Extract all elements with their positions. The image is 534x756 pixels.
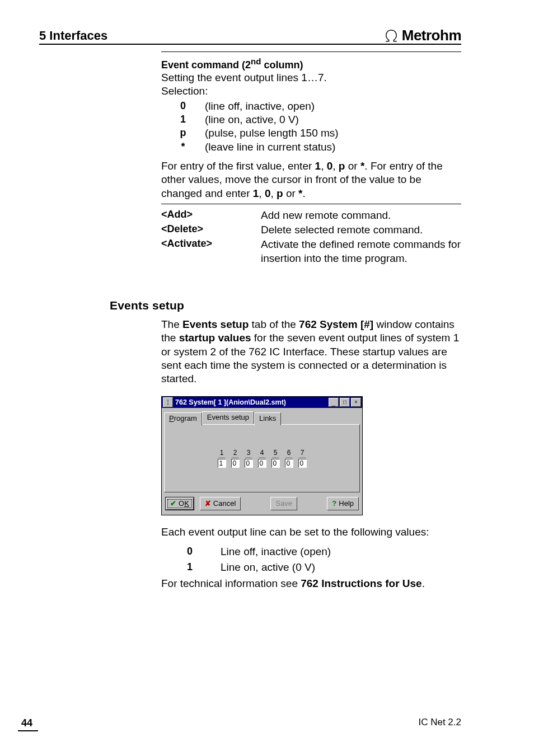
tab-links[interactable]: Links <box>254 412 281 425</box>
maximize-button[interactable]: □ <box>340 398 350 407</box>
checkmark-icon: ✔ <box>170 499 176 508</box>
events-setup-window: ¦ 762 System[ 1 ](Anion\Dual2.smt) _ □ ×… <box>161 396 363 515</box>
cross-icon: ✘ <box>205 499 211 508</box>
line-number: 2 <box>232 449 239 458</box>
event-lines: 11 20 30 40 50 60 70 <box>218 449 307 468</box>
value-key: 1 <box>187 561 221 574</box>
event-line-input-3[interactable]: 0 <box>245 459 253 468</box>
window-title: 762 System[ 1 ](Anion\Dual2.smt) <box>175 398 327 406</box>
value-desc: Line off, inactive (open) <box>221 546 461 558</box>
ok-button[interactable]: ✔OK <box>165 497 194 510</box>
value-list: 0Line off, inactive (open) 1Line on, act… <box>187 546 461 574</box>
line-number: 1 <box>218 449 226 458</box>
selection-desc: (line on, active, 0 V) <box>205 113 461 126</box>
tab-events-setup[interactable]: Events setup <box>202 411 254 424</box>
activate-command-desc: Activate the defined remote commands for… <box>261 238 461 265</box>
events-setup-paragraph: The Events setup tab of the 762 System [… <box>161 318 461 386</box>
selection-key: 0 <box>161 100 205 113</box>
save-button[interactable]: Save <box>270 497 297 510</box>
section-divider <box>161 51 461 52</box>
value-desc: Line on, active (0 V) <box>221 561 461 574</box>
add-command-desc: Add new remote command. <box>261 209 461 222</box>
delete-command-term: <Delete> <box>161 223 261 237</box>
close-button[interactable]: × <box>351 398 361 407</box>
section-header: 5 Interfaces <box>39 29 107 43</box>
event-line-input-4[interactable]: 0 <box>258 459 266 468</box>
add-command-term: <Add> <box>161 209 261 222</box>
line-number: 6 <box>285 449 293 458</box>
selection-desc: (line off, inactive, open) <box>205 100 461 113</box>
tab-panel: 11 20 30 40 50 60 70 <box>164 424 360 492</box>
selection-key: 1 <box>161 113 205 126</box>
line-number: 7 <box>299 449 306 458</box>
event-command-intro: Setting the event output lines 1…7. <box>161 71 461 84</box>
events-setup-heading: Events setup <box>110 299 461 312</box>
window-titlebar[interactable]: ¦ 762 System[ 1 ](Anion\Dual2.smt) _ □ × <box>162 397 362 408</box>
event-line-input-2[interactable]: 0 <box>231 459 240 468</box>
selection-desc: (leave line in current status) <box>205 140 461 154</box>
line-number: 4 <box>259 449 266 458</box>
event-line-input-6[interactable]: 0 <box>285 459 293 468</box>
activate-command-term: <Activate> <box>161 238 261 265</box>
event-command-selection-label: Selection: <box>161 84 461 98</box>
divider <box>161 204 461 204</box>
event-command-title: Event command (2nd column) <box>161 57 461 71</box>
technical-info-reference: For technical information see 762 Instru… <box>161 577 461 590</box>
page-number: 44 <box>18 717 38 731</box>
question-icon: ? <box>332 499 336 508</box>
header-rule <box>39 44 461 45</box>
cancel-button[interactable]: ✘Cancel <box>200 497 241 510</box>
system-menu-icon[interactable]: ¦ <box>163 397 173 407</box>
event-line-input-1[interactable]: 1 <box>218 459 226 468</box>
omega-icon <box>384 29 399 43</box>
selection-table: 0(line off, inactive, open) 1(line on, a… <box>161 100 461 154</box>
event-line-input-7[interactable]: 0 <box>298 459 307 468</box>
selection-key: * <box>161 140 205 154</box>
entry-instructions: For entry of the first value, enter 1, 0… <box>161 159 461 200</box>
selection-key: p <box>161 126 205 140</box>
delete-command-desc: Delete selected remote command. <box>261 223 461 237</box>
line-number: 5 <box>272 449 279 458</box>
product-version: IC Net 2.2 <box>418 717 461 728</box>
selection-desc: (pulse, pulse length 150 ms) <box>205 126 461 140</box>
help-button[interactable]: ?Help <box>327 497 359 510</box>
event-line-input-5[interactable]: 0 <box>271 459 280 468</box>
tab-strip: Program Events setup Links <box>162 408 362 424</box>
values-intro: Each event output line can be set to the… <box>161 525 461 539</box>
value-key: 0 <box>187 546 221 558</box>
line-number: 3 <box>245 449 252 458</box>
brand-logo: Metrohm <box>384 27 461 44</box>
brand-text: Metrohm <box>402 27 461 44</box>
minimize-button[interactable]: _ <box>329 398 339 407</box>
tab-program[interactable]: Program <box>164 412 202 425</box>
